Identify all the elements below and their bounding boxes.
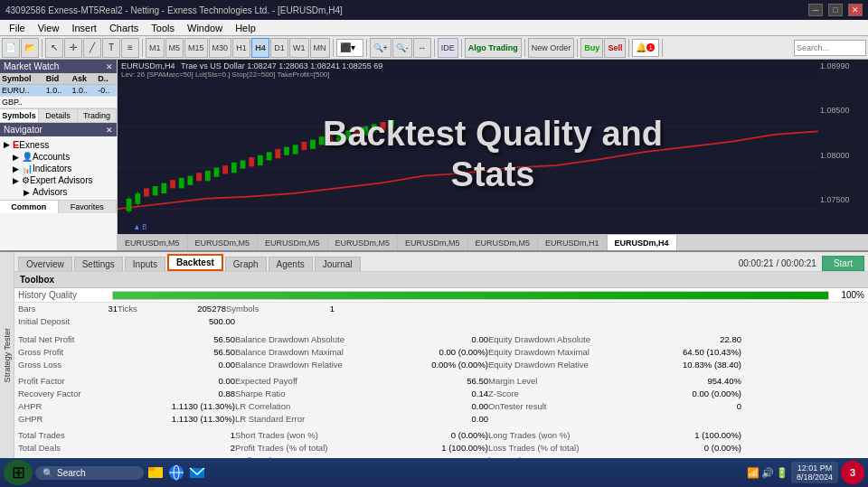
toolbox-header: Toolbox [14, 272, 868, 288]
chart-tab-3[interactable]: EURUSDm,M5 [258, 235, 328, 251]
maximize-button[interactable]: □ [828, 4, 843, 16]
st-tab-journal[interactable]: Journal [315, 257, 361, 271]
ide-btn[interactable]: IDE [438, 38, 458, 58]
menu-help[interactable]: Help [230, 22, 261, 34]
new-order-btn[interactable]: New Order [528, 38, 575, 58]
navigator-close[interactable]: ✕ [106, 126, 113, 135]
st-tab-graph[interactable]: Graph [225, 257, 267, 271]
chart-type-dropdown[interactable]: ⬛▾ [336, 39, 363, 57]
navigator-panel: Navigator ✕ ▶ E Exness ▶ 👤 Accounts [0, 123, 117, 250]
menu-file[interactable]: File [4, 22, 31, 34]
chart-tab-4[interactable]: EURUSDm,M5 [328, 235, 399, 251]
nav-item-accounts[interactable]: ▶ 👤 Accounts [2, 151, 115, 163]
chart-tab-5[interactable]: EURUSDm,M5 [398, 235, 468, 251]
bars-ticks-row: Bars 31 Ticks 205278 Symbols 1 [14, 303, 868, 315]
menu-insert[interactable]: Insert [66, 22, 102, 34]
nav-tab-favorites[interactable]: Favorites [59, 201, 118, 213]
tf-mn[interactable]: MN [310, 38, 330, 58]
price-scale: 1.08990 1.08500 1.08000 1.07500 1.06900 [818, 60, 868, 250]
tf-m5[interactable]: M5 [165, 38, 184, 58]
arrow-tool[interactable]: ↖ [45, 38, 63, 58]
menu-window[interactable]: Window [182, 22, 228, 34]
st-start-button[interactable]: Start [822, 256, 864, 271]
minimize-button[interactable]: ─ [808, 4, 823, 16]
auto-scroll-btn[interactable]: ↔ [413, 38, 431, 58]
zoom-out-btn[interactable]: 🔍- [392, 38, 412, 58]
svg-rect-30 [336, 133, 342, 141]
taskbar-browser-icon[interactable] [167, 464, 185, 482]
tf-h4[interactable]: H4 [251, 38, 269, 58]
start-button[interactable]: ⊞ [4, 460, 33, 485]
chart-indicators-info: Lev: 26 [SPAMarc=50] Lot[Sts=0.] Stop[22… [121, 70, 815, 79]
tf-d1[interactable]: D1 [270, 38, 288, 58]
chart-tab-2[interactable]: EURUSDm,M5 [188, 235, 259, 251]
sell-btn[interactable]: Sell [604, 38, 626, 58]
tf-m1[interactable]: M1 [146, 38, 165, 58]
st-tab-inputs[interactable]: Inputs [125, 257, 165, 271]
zoom-in-btn[interactable]: 🔍+ [370, 38, 392, 58]
mw-row-gbp[interactable]: GBP.. [0, 97, 117, 108]
chart-tab-6[interactable]: EURUSDm,M5 [468, 235, 539, 251]
st-tab-backtest[interactable]: Backtest [167, 254, 223, 271]
tf-h1[interactable]: H1 [232, 38, 250, 58]
history-quality-bar: History Quality 100% [14, 288, 868, 303]
nav-item-expert-advisors[interactable]: ▶ ⚙ Expert Advisors [2, 174, 115, 186]
tf-m15[interactable]: M15 [184, 38, 208, 58]
new-chart-btn[interactable]: 📄 [2, 38, 20, 58]
search-bar[interactable]: 🔍 Search [35, 466, 144, 480]
chart-tab-h1[interactable]: EURUSDm,H1 [538, 235, 608, 251]
chart-tab-h4[interactable]: EURUSDm,H4 [608, 235, 677, 251]
svg-rect-12 [179, 178, 184, 188]
mw-tab-trading[interactable]: Trading [78, 109, 117, 122]
st-tab-agents[interactable]: Agents [269, 257, 313, 271]
nav-item-indicators[interactable]: ▶ 📊 Indicators [2, 163, 115, 174]
bt-row-4: Recovery Factor 0.88 Sharpe Ratio 0.14 Z… [14, 388, 868, 400]
mw-tab-details[interactable]: Details [39, 109, 78, 122]
menu-view[interactable]: View [33, 22, 65, 34]
text-tool[interactable]: T [102, 38, 120, 58]
tf-m30[interactable]: M30 [209, 38, 232, 58]
clock-date: 8/18/2024 [797, 473, 833, 482]
market-watch-table: Symbol Bid Ask D.. EURU.. 1.0.. 1.0.. -0… [0, 73, 117, 108]
line-tool[interactable]: ╱ [83, 38, 101, 58]
notification-btn[interactable]: 🔔 1 [632, 39, 659, 57]
buy-btn[interactable]: Buy [580, 38, 603, 58]
wifi-icon[interactable]: 📶 [747, 467, 760, 479]
chart-tab-1[interactable]: EURUSDm,M5 [118, 235, 188, 251]
clock-area[interactable]: 12:01 PM 8/18/2024 [791, 462, 838, 483]
taskbar-explorer-icon[interactable] [146, 464, 165, 482]
menu-tools[interactable]: Tools [146, 22, 180, 34]
market-watch-panel: Market Watch ✕ Symbol Bid Ask D.. [0, 60, 117, 123]
nav-tab-common[interactable]: Common [0, 201, 59, 213]
crosshair-tool[interactable]: ✛ [64, 38, 82, 58]
svg-rect-21 [258, 155, 263, 165]
battery-icon[interactable]: 🔋 [776, 467, 788, 479]
svg-rect-9 [153, 186, 158, 195]
bt-row-6: GHPR 1.1130 (11.30%) LR Standard Error 0… [14, 413, 868, 426]
nav-item-exness[interactable]: ▶ E Exness [2, 138, 115, 151]
svg-rect-29 [328, 135, 334, 144]
menu-charts[interactable]: Charts [104, 22, 144, 34]
nav-item-advisors[interactable]: ▶ Advisors [2, 186, 115, 198]
col-d: D.. [96, 73, 117, 85]
bt-row-5: AHPR 1.1130 (11.30%) LR Correlation 0.00… [14, 400, 868, 413]
search-input[interactable] [794, 40, 866, 56]
mw-row-eurusd[interactable]: EURU.. 1.0.. 1.0.. -0.. [0, 85, 117, 97]
nav-label-indicators: Indicators [33, 164, 71, 173]
st-tab-overview[interactable]: Overview [18, 257, 72, 271]
close-button[interactable]: ✕ [848, 4, 863, 16]
tf-w1[interactable]: W1 [289, 38, 309, 58]
title-bar: 43092586 Exness-MT5Real2 - Netting - Exn… [0, 0, 868, 20]
col-bid: Bid [44, 73, 71, 85]
notification-badge[interactable]: 3 [841, 461, 864, 484]
algo-trading-btn[interactable]: Algo Trading [465, 38, 522, 58]
mw-tab-symbols[interactable]: Symbols [0, 109, 39, 122]
taskbar-mail-icon[interactable] [188, 464, 206, 482]
chart-area: EURUSDm,H4 Trae vs US Dollar 1:08247 1:2… [118, 60, 868, 250]
period-tool[interactable]: ≡ [121, 38, 139, 58]
volume-icon[interactable]: 🔊 [761, 467, 774, 479]
navigator-title: Navigator [4, 125, 42, 135]
market-watch-close[interactable]: ✕ [106, 62, 113, 71]
st-tab-settings[interactable]: Settings [74, 257, 123, 271]
open-btn[interactable]: 📂 [21, 38, 39, 58]
